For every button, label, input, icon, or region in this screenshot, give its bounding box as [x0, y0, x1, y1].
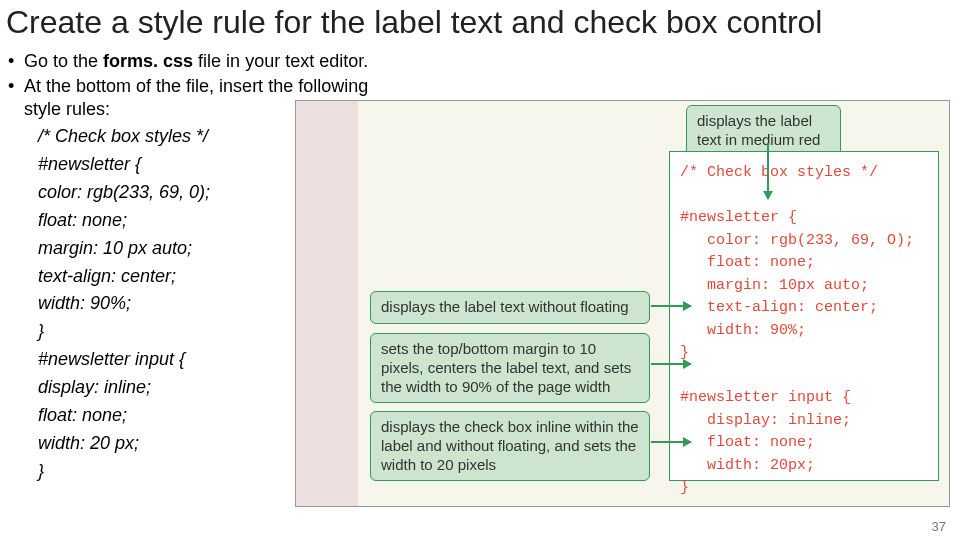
figure-center: displays the label text without floating…: [358, 101, 663, 506]
page-number: 37: [932, 519, 946, 534]
figure-left-strip: [296, 101, 358, 506]
callout-inline: displays the check box inline within the…: [370, 411, 650, 481]
bullet-1: Go to the forms. css file in your text e…: [8, 50, 408, 73]
callout-color: displays the label text in medium red: [686, 105, 841, 157]
bullet-1-post: file in your text editor.: [198, 51, 368, 71]
arrow-margin: [651, 363, 691, 365]
figure: displays the label text without floating…: [295, 100, 950, 507]
arrow-float: [651, 305, 691, 307]
bullet-1-bold: forms. css: [103, 51, 198, 71]
callout-margin: sets the top/bottom margin to 10 pixels,…: [370, 333, 650, 403]
page-title: Create a style rule for the label text a…: [0, 0, 960, 43]
bullet-1-pre: Go to the: [24, 51, 103, 71]
code-right: /* Check box styles */ #newsletter { col…: [669, 151, 939, 481]
arrow-inline: [651, 441, 691, 443]
callout-float: displays the label text without floating: [370, 291, 650, 324]
arrow-color: [767, 143, 769, 199]
